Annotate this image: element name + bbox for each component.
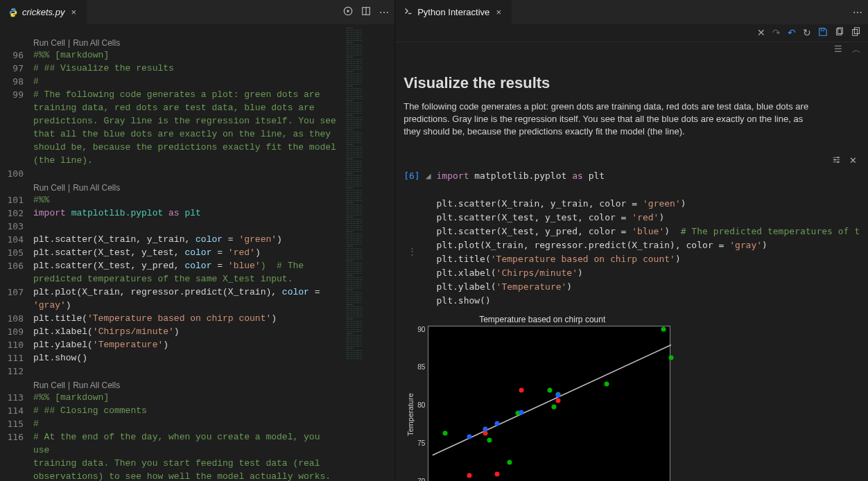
- svg-point-14: [837, 157, 839, 158]
- collapse-input-icon[interactable]: ☰: [834, 44, 842, 56]
- more-actions-icon[interactable]: ⋯: [853, 7, 862, 18]
- code-area[interactable]: Run Cell|Run All Cells#%% [markdown]# ##…: [33, 24, 394, 481]
- cell-collapse-icon[interactable]: ◢: [426, 169, 431, 308]
- svg-point-16: [837, 161, 839, 162]
- close-interactive-icon[interactable]: ×: [494, 7, 503, 17]
- svg-rect-9: [853, 30, 858, 36]
- chart-point-test: [467, 473, 471, 478]
- interactive-tab[interactable]: Python Interactive ×: [395, 0, 512, 24]
- editor-body[interactable]: 9697989910010110210310410510610710810911…: [0, 24, 394, 481]
- editor-tab-crickets[interactable]: crickets.py ×: [0, 0, 87, 24]
- interactive-toolbar: ✕ ↷ ↶ ↻: [395, 24, 868, 42]
- chart-point-train: [604, 382, 609, 387]
- chart-point-test: [483, 431, 487, 436]
- cell-code: import matplotlib.pyplot as plt plt.scat…: [437, 169, 860, 308]
- chart-point-train: [552, 405, 557, 410]
- scroll-top-icon[interactable]: ︿: [852, 44, 861, 56]
- svg-point-15: [834, 159, 835, 160]
- chart-point-train: [487, 437, 492, 442]
- editor-tab-actions: ⋯: [343, 6, 389, 18]
- copy-all-icon[interactable]: [851, 27, 861, 39]
- cell-input-row: [6] ◢ import matplotlib.pyplot as plt pl…: [403, 169, 860, 308]
- svg-point-0: [12, 9, 12, 10]
- chart-point-test: [555, 399, 560, 403]
- cell-settings-icon[interactable]: [832, 155, 841, 166]
- svg-point-1: [14, 15, 15, 15]
- codelens-run-cell[interactable]: Run Cell: [33, 183, 65, 193]
- chart-point-train: [548, 388, 553, 393]
- close-tab-icon[interactable]: ×: [69, 7, 78, 17]
- split-editor-icon[interactable]: [361, 6, 371, 18]
- redo-icon[interactable]: ↷: [772, 27, 781, 39]
- copy-icon[interactable]: [835, 27, 844, 39]
- editor-tab-label: crickets.py: [22, 7, 64, 17]
- chart-point-pred: [519, 410, 524, 415]
- pane-sash[interactable]: ⋮: [409, 240, 415, 261]
- cell-markdown-body: The following code generates a plot: gre…: [403, 100, 813, 139]
- chart-ylabel: Temperature: [403, 326, 417, 481]
- chart-plot-area: [428, 326, 670, 481]
- codelens-run-all[interactable]: Run All Cells: [73, 381, 120, 390]
- chart-y-axis: 7075808590: [417, 326, 428, 481]
- chart-title: Temperature based on chirp count: [403, 315, 681, 324]
- svg-rect-10: [854, 28, 859, 34]
- chart-point-train: [442, 431, 447, 436]
- undo-icon[interactable]: ↶: [788, 27, 796, 39]
- chart-point-test: [495, 471, 500, 476]
- cell-exec-count: [6]: [403, 169, 419, 308]
- save-icon[interactable]: [818, 27, 828, 39]
- line-number-gutter: 9697989910010110210310410510610710810911…: [0, 24, 33, 481]
- run-cell-icon[interactable]: [343, 6, 353, 18]
- restart-icon[interactable]: ↻: [803, 27, 811, 39]
- cell-close-icon[interactable]: ✕: [849, 155, 857, 166]
- chart-point-pred: [495, 421, 500, 426]
- codelens-run-all[interactable]: Run All Cells: [73, 183, 120, 193]
- codelens-run-cell[interactable]: Run Cell: [33, 381, 65, 390]
- interactive-tab-bar: Python Interactive × ⋯: [395, 0, 868, 24]
- python-file-icon: [8, 8, 18, 17]
- cell-markdown-title: Visualize the results: [403, 74, 860, 92]
- interactive-tab-label: Python Interactive: [417, 7, 489, 17]
- chart-point-train: [507, 460, 512, 464]
- interactive-icon: [403, 6, 413, 18]
- interactive-content: Visualize the results The following code…: [395, 58, 868, 481]
- codelens-run-cell[interactable]: Run Cell: [33, 38, 65, 48]
- app-root: crickets.py × ⋯ 969798991001011021031041…: [0, 0, 868, 481]
- chart-point-test: [519, 388, 524, 393]
- chart-point-train: [661, 326, 666, 331]
- chart-point-pred: [467, 434, 471, 439]
- chart-point-train: [669, 356, 674, 360]
- interactive-pane: Python Interactive × ⋯ ✕ ↷ ↶ ↻ ☰: [394, 0, 868, 481]
- more-actions-icon[interactable]: ⋯: [379, 7, 389, 18]
- chart-point-pred: [555, 393, 560, 398]
- clear-icon[interactable]: ✕: [757, 27, 765, 39]
- minimap[interactable]: ######## ==== === == ==== == ==== === ==…: [345, 24, 394, 481]
- editor-tab-bar: crickets.py × ⋯: [0, 0, 394, 24]
- codelens-run-all[interactable]: Run All Cells: [73, 38, 120, 48]
- editor-pane: crickets.py × ⋯ 969798991001011021031041…: [0, 0, 394, 481]
- chart-output: Temperature based on chirp count Tempera…: [403, 315, 681, 481]
- chart-point-pred: [483, 426, 487, 431]
